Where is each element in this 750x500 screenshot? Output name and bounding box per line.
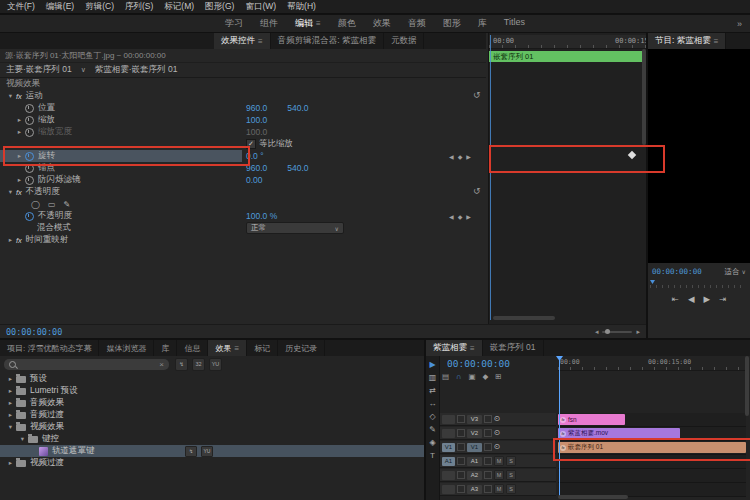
clip-fsn[interactable]: fxfsn	[558, 414, 625, 425]
solo-button[interactable]: S	[506, 456, 516, 466]
tab-媒体浏览器[interactable]: 媒体浏览器	[99, 340, 154, 356]
stopwatch-icon[interactable]	[25, 176, 34, 185]
param-value[interactable]: 0.0 °	[246, 151, 264, 161]
panel-menu-icon[interactable]: ≡	[470, 344, 475, 353]
workspace-tab-组件[interactable]: 组件	[260, 17, 278, 30]
tab-效果[interactable]: 效果≡	[208, 340, 247, 356]
playhead[interactable]	[559, 356, 560, 497]
expand-chevron-icon[interactable]: ▸	[6, 375, 15, 383]
param-value[interactable]: 100.0 %	[246, 211, 277, 221]
effect-row-锚点[interactable]: 锚点960.0540.0	[0, 162, 486, 174]
source-patch-V2[interactable]	[442, 429, 455, 438]
32bit-color-filter-icon[interactable]: 32	[192, 358, 205, 371]
stopwatch-icon[interactable]	[25, 128, 34, 137]
add-keyframe-icon[interactable]: ◆	[458, 213, 463, 220]
panel-menu-icon[interactable]: ≡	[234, 344, 239, 353]
sync-lock-icon[interactable]	[484, 485, 492, 493]
track-header-V2[interactable]: V2⊙	[440, 427, 556, 440]
menu-item-文件(F)[interactable]: 文件(F)	[7, 1, 35, 13]
fit-select[interactable]: 适合 ∨	[725, 267, 746, 277]
param-value[interactable]: 100.0	[246, 115, 267, 125]
tab-效果控件[interactable]: 效果控件≡	[214, 33, 271, 49]
expand-chevron-icon[interactable]: ▸	[15, 176, 24, 184]
menu-item-剪辑(C)[interactable]: 剪辑(C)	[85, 1, 114, 13]
tree-item-视频过渡[interactable]: ▸视频过渡	[0, 457, 424, 469]
selection-tool[interactable]: ▶	[429, 360, 435, 369]
track-name-V3[interactable]: V3	[467, 415, 482, 424]
tab-音频剪辑混合器: 紫蓝相霎[interactable]: 音频剪辑混合器: 紫蓝相霎	[271, 33, 384, 49]
source-patch-V3[interactable]	[442, 415, 455, 424]
add-marker-icon[interactable]: ◆	[483, 372, 489, 381]
track-name-A3[interactable]: A3	[467, 485, 482, 494]
next-keyframe-icon[interactable]: ▶	[466, 153, 471, 160]
effect-row-混合模式[interactable]: 混合模式正常∨	[0, 222, 486, 234]
tab-嵌套序列 01[interactable]: 嵌套序列 01	[483, 340, 544, 356]
sync-lock-icon[interactable]	[484, 429, 492, 437]
track-header-A3[interactable]: A3MS	[440, 483, 556, 496]
keyframe-ruler[interactable]: 00:00 00:00:15:00	[489, 35, 646, 49]
mask-rect-icon[interactable]: ▭	[48, 200, 56, 209]
workspace-tab-效果[interactable]: 效果	[373, 17, 391, 30]
slip-tool[interactable]: ↔	[429, 399, 437, 408]
workspace-tab-Titles[interactable]: Titles	[504, 17, 525, 30]
tab-信息[interactable]: 信息	[177, 340, 208, 356]
mute-button[interactable]: M	[494, 470, 504, 480]
zoom-slider[interactable]	[602, 331, 632, 333]
yuv-filter-icon[interactable]: YU	[209, 358, 222, 371]
program-timecode[interactable]: 00:00:00:00	[652, 267, 702, 276]
track-name-V1[interactable]: V1	[467, 443, 482, 452]
razor-tool[interactable]: ◇	[429, 412, 435, 421]
stopwatch-icon[interactable]	[25, 164, 34, 173]
tree-item-音频效果[interactable]: ▸音频效果	[0, 397, 424, 409]
effect-row-缩放[interactable]: ▸缩放100.0	[0, 114, 486, 126]
next-keyframe-icon[interactable]: ▶	[466, 213, 471, 220]
horizontal-scrollbar[interactable]	[558, 495, 628, 499]
clear-search-icon[interactable]: ×	[159, 360, 164, 369]
param-value[interactable]: 0.00	[246, 175, 263, 185]
sync-lock-icon[interactable]	[484, 443, 492, 451]
track-name-V2[interactable]: V2	[467, 429, 482, 438]
expand-chevron-icon[interactable]: ▸	[6, 399, 15, 407]
menu-item-标记(M)[interactable]: 标记(M)	[164, 1, 194, 13]
sync-lock-icon[interactable]	[484, 457, 492, 465]
track-lock-icon[interactable]	[457, 415, 465, 423]
chevron-down-icon[interactable]: ∨	[81, 66, 86, 74]
timeline-display-settings-icon[interactable]: ⊞	[495, 372, 501, 381]
workspace-tab-学习[interactable]: 学习	[225, 17, 243, 30]
workspace-tab-图形[interactable]: 图形	[443, 17, 461, 30]
search-input[interactable]: ×	[4, 359, 169, 370]
horizontal-scrollbar[interactable]	[493, 316, 555, 320]
track-name-A1[interactable]: A1	[467, 457, 482, 466]
track-name-A2[interactable]: A2	[467, 471, 482, 480]
expand-chevron-icon[interactable]: ▸	[15, 152, 24, 160]
step-forward-icon[interactable]: ⇥	[719, 294, 726, 304]
master-clip-label[interactable]: 主要·嵌套序列 01	[6, 64, 72, 76]
sync-lock-icon[interactable]	[484, 471, 492, 479]
workspace-overflow-icon[interactable]: »	[737, 19, 742, 29]
go-to-in-icon[interactable]: ⇤	[672, 294, 679, 304]
step-back-icon[interactable]: ◀	[688, 294, 695, 304]
playhead-marker[interactable]	[650, 280, 655, 284]
effect-row-位置[interactable]: 位置960.0540.0	[0, 102, 486, 114]
effect-row-时间重映射[interactable]: ▸fx时间重映射	[0, 234, 486, 246]
param-value[interactable]: 540.0	[287, 163, 308, 173]
expand-chevron-icon[interactable]: ▸	[15, 128, 24, 136]
clip-嵌套序列 01[interactable]: fx嵌套序列 01	[558, 442, 746, 453]
timeline-ruler[interactable]: 00:00 00:00:15:00	[558, 356, 746, 371]
blend-mode-select[interactable]: 正常∨	[246, 222, 344, 234]
source-clip-info[interactable]: 源·嵌套序列 01·太阳吧鱼丁.jpg ~ 00:00:00:00	[0, 49, 486, 63]
param-value[interactable]: 100.0	[246, 127, 267, 137]
mute-button[interactable]: M	[494, 456, 504, 466]
param-value[interactable]: 960.0	[246, 163, 267, 173]
menu-item-帮助(H)[interactable]: 帮助(H)	[287, 1, 316, 13]
effect-row-不透明度[interactable]: ▾fx不透明度↺	[0, 186, 486, 198]
track-lock-icon[interactable]	[457, 471, 465, 479]
track-header-A2[interactable]: A2MS	[440, 469, 556, 482]
ripple-edit-tool[interactable]: ⇄	[429, 386, 436, 395]
panel-menu-icon[interactable]: ≡	[258, 37, 263, 46]
workspace-tab-颜色[interactable]: 颜色	[338, 17, 356, 30]
play-icon[interactable]: ▶	[704, 294, 711, 304]
effect-row-运动[interactable]: ▾fx运动↺	[0, 90, 486, 102]
stopwatch-icon[interactable]	[25, 152, 34, 161]
effect-keyframe-timeline[interactable]: 00:00 00:00:15:00 嵌套序列 01	[488, 33, 646, 324]
